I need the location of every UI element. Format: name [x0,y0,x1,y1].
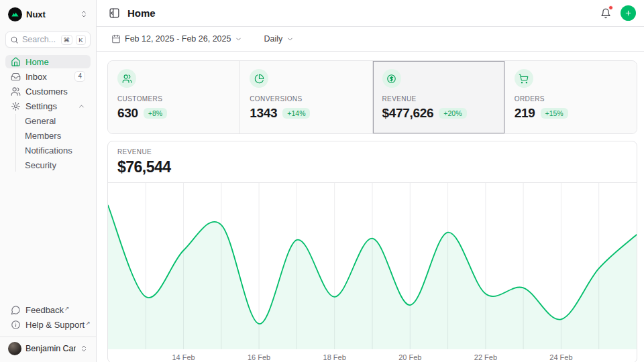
sidebar-item-label: Customers [25,86,68,97]
stat-value: 1343 [250,106,277,121]
sidebar: Nuxt Search... ⌘ K Home [0,0,97,362]
panel-left-icon [109,7,120,19]
sidebar-item-settings[interactable]: Settings [5,99,91,113]
page-title: Home [127,7,156,19]
team-switcher[interactable]: Nuxt [5,7,91,21]
inbox-count-badge: 4 [74,71,85,82]
calendar-icon [111,34,121,44]
stat-delta-badge: +15% [541,108,568,119]
chevrons-up-down-icon [80,345,88,353]
avatar [8,342,21,355]
sidebar-item-security[interactable]: Security [22,158,91,172]
sidebar-nav: Home Inbox 4 Customers Settings [5,55,91,172]
team-name: Nuxt [26,9,76,19]
footer-link-label: Feedback↗ [25,305,70,315]
message-bubble-icon [11,305,21,315]
stat-label: CONVERSIONS [250,95,362,103]
feedback-link[interactable]: Feedback↗ [5,303,91,316]
stat-value: 219 [515,106,535,121]
stat-delta-badge: +20% [439,108,466,119]
sidebar-item-home[interactable]: Home [5,55,91,68]
sidebar-item-inbox[interactable]: Inbox 4 [5,70,91,83]
dashboard-app: Nuxt Search... ⌘ K Home [0,0,644,362]
notifications-button[interactable] [599,7,612,20]
x-axis-label: 16 Feb [248,353,270,361]
nuxt-logo-icon [8,7,22,21]
sidebar-item-label: Security [25,160,56,170]
revenue-chart[interactable]: 14 Feb16 Feb18 Feb20 Feb22 Feb24 Feb [108,183,637,362]
stat-value: $477,626 [382,106,434,121]
sidebar-item-members[interactable]: Members [22,129,91,142]
sidebar-item-label: Members [25,131,61,141]
stat-label: CUSTOMERS [117,95,230,103]
stat-card-conversions[interactable]: CONVERSIONS 1343 +14% [240,61,372,133]
period-value: Daily [264,34,282,44]
stat-delta-badge: +8% [144,108,167,119]
search-placeholder: Search... [22,35,58,44]
stat-card-orders[interactable]: ORDERS 219 +15% [505,61,637,133]
stat-label: REVENUE [382,95,495,103]
kbd-k: K [76,35,86,45]
cart-icon [515,69,533,88]
sidebar-item-label: Settings [25,101,57,111]
users-icon [11,86,21,97]
period-select[interactable]: Daily [260,34,298,44]
date-range-picker[interactable]: Feb 12, 2025 - Feb 26, 2025 [107,34,246,44]
date-range-value: Feb 12, 2025 - Feb 26, 2025 [125,34,231,44]
kbd-cmd: ⌘ [61,35,73,45]
sidebar-item-general[interactable]: General [22,114,91,127]
external-arrow-icon: ↗ [64,305,70,312]
stat-delta-badge: +14% [282,108,310,119]
sidebar-item-label: Inbox [25,72,47,82]
x-axis-label: 14 Feb [172,353,195,361]
inbox-icon [11,72,21,82]
add-button[interactable] [621,5,636,21]
chevron-down-icon [286,36,294,43]
gear-icon [11,101,21,111]
sidebar-item-label: General [25,116,56,126]
footer-link-label: Help & Support↗ [25,320,91,330]
chart-metric-label: REVENUE [117,148,627,156]
x-axis-label: 22 Feb [474,353,497,361]
x-axis-label: 24 Feb [549,353,572,361]
stat-card-revenue[interactable]: REVENUE $477,626 +20% [373,61,505,133]
plus-icon [625,9,632,17]
x-axis-label: 18 Feb [323,353,346,361]
main-panel: Home Feb 12, 2025 - Feb 26, 2025 [97,0,644,362]
stat-card-customers[interactable]: CUSTOMERS 630 +8% [108,61,240,133]
chevrons-up-down-icon [80,10,88,18]
sidebar-item-notifications[interactable]: Notifications [22,143,91,157]
x-axis-label: 20 Feb [398,353,421,361]
sidebar-footer-links: Feedback↗ Help & Support↗ [5,303,91,331]
external-arrow-icon: ↗ [85,320,91,326]
search-icon [10,36,19,44]
house-icon [11,57,21,67]
info-circle-icon [11,320,21,330]
settings-submenu: General Members Notifications Security [15,114,91,172]
revenue-chart-card: REVENUE $76,544 14 Feb16 Feb18 Feb20 Feb… [107,141,637,362]
sidebar-item-label: Notifications [25,145,72,156]
user-menu[interactable]: Benjamin Canac [5,337,91,357]
stats-row: CUSTOMERS 630 +8% CONVERSIONS 1343 +14% [107,60,637,134]
help-support-link[interactable]: Help & Support↗ [5,318,91,331]
users-icon [117,69,136,88]
collapse-sidebar-button[interactable] [107,6,121,20]
stat-value: 630 [117,106,138,121]
sidebar-item-customers[interactable]: Customers [5,84,91,98]
notification-dot [608,5,613,10]
stat-label: ORDERS [515,95,627,103]
chevron-up-icon [78,103,85,110]
chart-header: REVENUE $76,544 [108,141,637,183]
filters-toolbar: Feb 12, 2025 - Feb 26, 2025 Daily [97,27,644,52]
topbar: Home [97,0,644,27]
content-area: CUSTOMERS 630 +8% CONVERSIONS 1343 +14% [97,52,644,362]
chart-metric-value: $76,544 [117,158,627,176]
user-name: Benjamin Canac [25,344,76,353]
chevron-down-icon [235,36,242,43]
dollar-circle-icon [382,69,401,88]
sidebar-item-label: Home [25,57,49,67]
pie-chart-icon [250,69,268,88]
search-input[interactable]: Search... ⌘ K [5,32,91,48]
